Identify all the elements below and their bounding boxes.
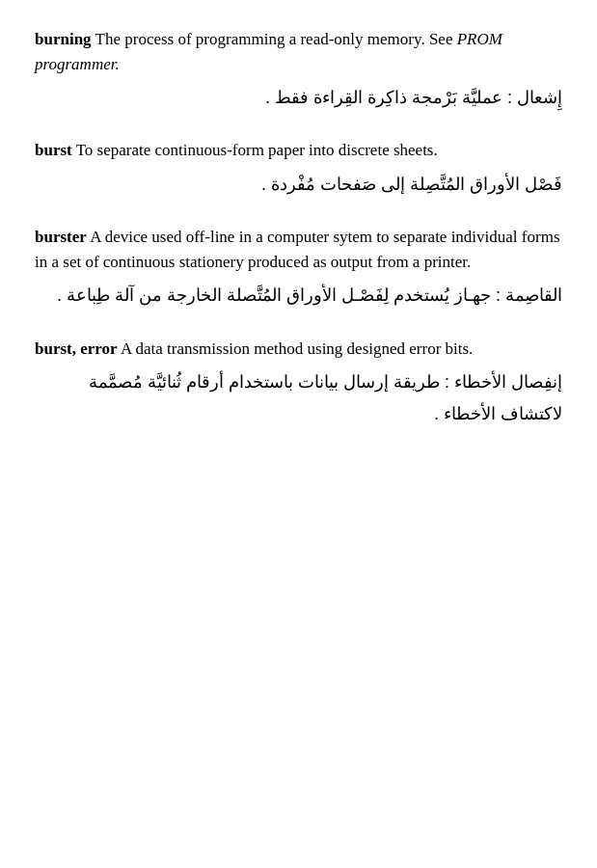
entry-burning-text: burning The process of programming a rea… [35, 27, 562, 76]
entry-burster: burster A device used off-line in a comp… [35, 225, 562, 311]
entry-burster-text: burster A device used off-line in a comp… [35, 225, 562, 274]
definition-burster: A device used off-line in a computer syt… [35, 228, 560, 271]
entry-burning: burning The process of programming a rea… [35, 27, 562, 113]
arabic-burst: فَصْل الأوراق المُتَّصِلة إلى صَفحات مُف… [35, 169, 562, 200]
entry-burst-error-text: burst, error A data transmission method … [35, 337, 562, 362]
arabic-burning: إِشعال : عمليَّة بَرْمجة ذاكِرة القِراءة… [35, 82, 562, 113]
definition-burning: The process of programming a read-only m… [92, 30, 457, 48]
term-burst-error: burst, error [35, 339, 118, 358]
term-burster: burster [35, 228, 87, 246]
definition-burst-error: A data transmission method using designe… [118, 339, 474, 358]
term-burning: burning [35, 30, 92, 48]
entry-burst-text: burst To separate continuous-form paper … [35, 138, 562, 163]
entry-burst-error: burst, error A data transmission method … [35, 337, 562, 429]
term-burst: burst [35, 141, 72, 159]
entry-burst: burst To separate continuous-form paper … [35, 138, 562, 200]
definition-burst: To separate continuous-form paper into d… [72, 141, 438, 159]
arabic-burst-error: إنفِصال الأخطاء : طريقة إرسال بيانات باس… [35, 366, 562, 429]
arabic-burster: القاصِمة : جهـاز يُستخدم لِفَصْـل الأورا… [35, 280, 562, 311]
